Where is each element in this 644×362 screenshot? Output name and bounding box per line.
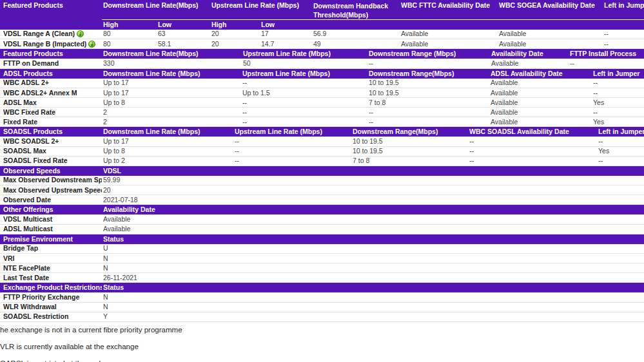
range-cell: 10 to 19.5 <box>351 146 468 156</box>
downstream-cell: Up to 8 <box>102 98 241 108</box>
downstream-cell: Up to 17 <box>102 88 241 98</box>
row-value: N <box>102 263 644 273</box>
row-label: FTTP Priority Exchange <box>0 292 102 302</box>
col-header-premise-environment: Premise Environment <box>0 234 102 244</box>
availability-cell: Available <box>489 117 592 127</box>
product-name-cell: WBC ADSL 2+ <box>0 79 102 88</box>
ds-high-cell: 80 <box>102 39 157 49</box>
col-header-left-in-jumper: Left in Jumper <box>597 127 644 137</box>
upstream-cell: 50 <box>242 59 367 68</box>
product-name-cell: WBC ADSL2+ Annex M <box>0 88 102 98</box>
left-in-jumper-cell: -- <box>603 30 644 39</box>
row-value: N <box>102 302 644 312</box>
col-header-left-in-jumper: Left in Jumper <box>592 69 644 79</box>
row-label: ADSL Multicast <box>0 224 102 234</box>
upstream-cell: Up to 1.5 <box>241 88 367 98</box>
table-row: Max Observed Upstream Speed 20 <box>0 186 644 195</box>
fttc-availability-cell: Available <box>400 39 498 49</box>
product-name-cell: SOADSL Fixed Rate <box>0 156 102 166</box>
left-in-jumper-cell: -- <box>603 39 644 49</box>
col-header-fttp-install-process: FTTP Install Process <box>569 49 644 59</box>
col-header-downstream-line-rate: Downstream Line Rate(Mbps) <box>102 49 242 59</box>
col-header-wbc-sogea-availability-date: WBC SOGEA Availability Date <box>498 0 603 20</box>
left-in-jumper-cell: -- <box>592 88 644 98</box>
upstream-cell: -- <box>233 156 351 166</box>
table-row: Bridge Tap U <box>0 244 644 254</box>
product-name-cell: WBC Fixed Rate <box>0 108 102 117</box>
adsl-products-table: ADSL Products Downstream Line Rate (Mbps… <box>0 69 644 128</box>
col-header-upstream-line-rate: Upstream Line Rate (Mbps) <box>242 49 367 59</box>
product-name-cell: VDSL Range B (Impacted)i <box>0 39 102 49</box>
left-in-jumper-cell: Yes <box>592 98 644 108</box>
col-header-upstream-line-rate: Upstream Line Rate (Mbps) <box>233 127 351 137</box>
product-name-cell: VDSL Range A (Clean)i <box>0 30 102 39</box>
row-label: Last Test Date <box>0 273 102 283</box>
row-value: Y <box>102 312 644 321</box>
table-row: Last Test Date 26-11-2021 <box>0 273 644 283</box>
table-row: SOADSL Fixed Rate Up to 2 -- 7 to 8 -- -… <box>0 156 644 166</box>
col-header-downstream-handback-threshold: Downstream Handback Threshold(Mbps) <box>312 0 400 20</box>
premise-environment-table: Premise Environment Status Bridge Tap U … <box>0 234 644 283</box>
col-header-downstream-range: Downstream Range(Mbps) <box>367 69 489 79</box>
row-label: Bridge Tap <box>0 244 102 254</box>
table-row: ADSL Multicast Available <box>0 224 644 234</box>
sogea-availability-cell: Available <box>498 39 603 49</box>
col-header-soadsl-products: SOADSL Products <box>0 127 102 137</box>
left-in-jumper-cell: Yes <box>592 117 644 127</box>
exchange-notes: he exchange is not in a current fibre pr… <box>0 322 644 362</box>
availability-cell: -- <box>468 156 597 166</box>
note-soadsl-restriction: OADSL is restricted at the exchange <box>0 359 644 362</box>
sogea-availability-cell: Available <box>498 30 603 39</box>
downstream-cell: Up to 8 <box>102 146 233 156</box>
range-cell: 7 to 8 <box>351 156 468 166</box>
subheader-empty <box>603 20 644 30</box>
availability-cell: Available <box>489 98 592 108</box>
table-row: VDSL Range A (Clean)i 80 63 20 17 56.9 A… <box>0 30 644 39</box>
handback-cell: 49 <box>312 39 400 49</box>
downstream-cell: 2 <box>102 108 241 117</box>
col-header-exchange-product-restrictions: Exchange Product Restrictions <box>0 283 102 292</box>
col-header-featured-products: Featured Products <box>0 49 102 59</box>
fttc-availability-cell: Available <box>400 30 498 39</box>
install-process-cell: -- <box>569 59 644 68</box>
table-row: SOADSL Max Up to 8 -- 10 to 19.5 -- Yes <box>0 146 644 156</box>
upstream-cell: -- <box>241 79 367 88</box>
downstream-cell: Up to 17 <box>102 137 233 146</box>
availability-cell: Available <box>489 108 592 117</box>
range-cell: 10 to 19.5 <box>367 79 489 88</box>
left-in-jumper-cell: Yes <box>597 146 644 156</box>
info-icon[interactable]: i <box>88 41 95 48</box>
table-row: WBC Fixed Rate 2 -- -- Available -- <box>0 108 644 117</box>
subheader-upstream-low: Low <box>260 20 312 30</box>
col-header-other-offerings: Other Offerings <box>0 205 102 214</box>
upstream-cell: -- <box>241 117 367 127</box>
col-header-observed-speeds: Observed Speeds <box>0 166 102 176</box>
upstream-cell: -- <box>233 146 351 156</box>
info-icon[interactable]: i <box>77 30 84 37</box>
col-header-upstream-line-rate: Upstream Line Rate (Mbps) <box>241 69 367 79</box>
table-row: NTE FacePlate N <box>0 263 644 273</box>
table-row: WBC ADSL 2+ Up to 17 -- 10 to 19.5 Avail… <box>0 79 644 88</box>
product-label: VDSL Range B (Impacted) <box>3 40 86 48</box>
upstream-cell: -- <box>241 98 367 108</box>
row-label: VRI <box>0 254 102 263</box>
availability-cell: Available <box>489 88 592 98</box>
availability-cell: Available <box>490 59 569 68</box>
table-row: WLR Withdrawal N <box>0 302 644 312</box>
ds-high-cell: 80 <box>102 30 157 39</box>
us-low-cell: 14.7 <box>260 39 312 49</box>
row-value: Available <box>102 224 644 234</box>
col-header-adsl-products: ADSL Products <box>0 69 102 79</box>
soadsl-products-table: SOADSL Products Downstream Line Rate (Mb… <box>0 127 644 166</box>
product-name-cell: WBC SOADSL 2+ <box>0 137 102 146</box>
product-name-cell: Fixed Rate <box>0 117 102 127</box>
table-row: SOADSL Restriction Y <box>0 312 644 321</box>
col-header-downstream-range: Downstream Range(Mbps) <box>351 127 468 137</box>
col-header-availability-date: Availability Date <box>102 205 644 214</box>
handback-cell: 56.9 <box>312 30 400 39</box>
col-header-downstream-line-rate: Downstream Line Rate(Mbps) <box>102 0 210 20</box>
upstream-cell: -- <box>233 137 351 146</box>
row-value: 26-11-2021 <box>102 273 644 283</box>
upstream-cell: -- <box>241 108 367 117</box>
table-row: VRI N <box>0 254 644 263</box>
